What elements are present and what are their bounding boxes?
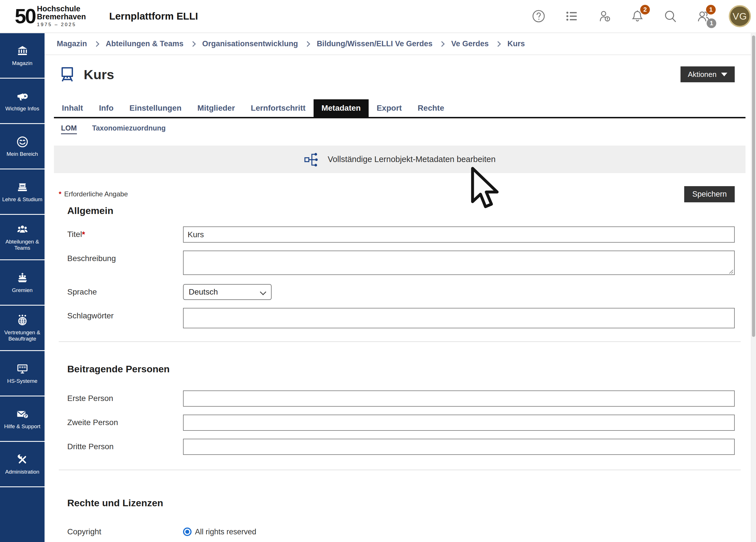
- search-icon[interactable]: [663, 9, 678, 24]
- scrollbar[interactable]: [751, 33, 756, 542]
- contacts-badge-top: 1: [706, 5, 716, 14]
- sidebar-item-wichtige-infos[interactable]: Wichtige Infos: [0, 79, 45, 124]
- sidebar-item-label: Magazin: [11, 60, 34, 66]
- sidebar-item-mein-bereich[interactable]: Mein Bereich: [0, 124, 45, 169]
- tab-mitglieder[interactable]: Mitglieder: [190, 99, 243, 117]
- svg-text:***: ***: [19, 365, 26, 371]
- edit-full-metadata-banner[interactable]: Vollständige Lernobjekt-Metadaten bearbe…: [54, 146, 745, 173]
- sidebar-item-label: Abteilungen & Teams: [0, 239, 45, 251]
- contacts-icon[interactable]: 1 1: [696, 9, 711, 24]
- sidebar-item-administration[interactable]: Administration: [0, 442, 45, 487]
- actions-button-label: Aktionen: [688, 70, 717, 79]
- megaphone-icon: [16, 90, 29, 103]
- logo-50-badge: 50: [15, 6, 35, 26]
- actions-button[interactable]: Aktionen: [681, 66, 735, 82]
- form-row-dritte-person: Dritte Person: [54, 439, 745, 455]
- tab-rechte[interactable]: Rechte: [410, 99, 452, 117]
- breadcrumb-item[interactable]: Ve Gerdes: [451, 39, 489, 48]
- sidebar-item-gremien[interactable]: Gremien: [0, 260, 45, 306]
- app-title: Lernplattform ELLI: [109, 10, 198, 22]
- erste-person-input[interactable]: [183, 390, 735, 407]
- section-title-beitragende-personen: Beitragende Personen: [54, 364, 745, 375]
- radio-dot: [185, 530, 189, 534]
- form-row-schlagwoerter: Schlagwörter: [54, 308, 745, 328]
- schlagwoerter-input[interactable]: [183, 308, 735, 328]
- user-pending-icon[interactable]: [597, 9, 612, 24]
- sidebar-item-hs-systeme[interactable]: *** HS-Systeme: [0, 351, 45, 396]
- breadcrumb-item[interactable]: Bildung/Wissen/ELLI Ve Gerdes: [317, 39, 432, 48]
- breadcrumb-item[interactable]: Organisationsentwicklung: [202, 39, 298, 48]
- books-icon: [16, 181, 29, 194]
- tab-inhalt[interactable]: Inhalt: [54, 99, 91, 117]
- field-label-dritte-person: Dritte Person: [67, 439, 183, 451]
- svg-text:?: ?: [25, 414, 27, 418]
- sidebar-item-lehre-studium[interactable]: Lehre & Studium: [0, 169, 45, 215]
- sidebar-item-label: Administration: [4, 469, 40, 475]
- bell-badge: 2: [640, 5, 650, 14]
- chevron-right-icon: [190, 41, 196, 47]
- section-title-allgemein: Allgemein: [54, 205, 745, 216]
- sidebar-item-label: Hilfe & Support: [3, 423, 42, 430]
- globe-people-icon: [16, 314, 29, 327]
- sidebar-item-label: Gremien: [11, 287, 34, 293]
- field-label-titel: Titel*: [67, 226, 183, 239]
- field-label-beschreibung: Beschreibung: [67, 251, 183, 263]
- contacts-badge-bottom: 1: [707, 18, 716, 28]
- titel-input[interactable]: [183, 226, 735, 243]
- sprache-select[interactable]: Deutsch: [183, 284, 272, 300]
- section-divider: [59, 341, 741, 342]
- breadcrumb: Magazin Abteilungen & Teams Organisation…: [45, 33, 751, 55]
- content-area: Magazin Abteilungen & Teams Organisation…: [45, 33, 751, 542]
- sidebar-item-abteilungen-teams[interactable]: Abteilungen & Teams: [0, 215, 45, 260]
- banner-label: Vollständige Lernobjekt-Metadaten bearbe…: [328, 155, 496, 164]
- university-logo[interactable]: 50 Hochschule Bremerhaven 1975 – 2025: [15, 5, 86, 28]
- sidebar-item-label: Lehre & Studium: [1, 196, 44, 203]
- breadcrumb-item[interactable]: Kurs: [507, 39, 525, 48]
- avatar[interactable]: VG: [729, 5, 751, 27]
- sprache-select-value: Deutsch: [189, 287, 218, 297]
- tab-metadaten[interactable]: Metadaten: [314, 99, 369, 117]
- monitor-icon: ***: [16, 362, 29, 375]
- copyright-radio[interactable]: [183, 528, 192, 536]
- logo-line2: Bremerhaven: [37, 13, 86, 21]
- course-icon: [58, 65, 76, 83]
- form-row-zweite-person: Zweite Person: [54, 415, 745, 431]
- tab-einstellungen[interactable]: Einstellungen: [121, 99, 190, 117]
- subtab-taxonomiezuordnung[interactable]: Taxonomiezuordnung: [92, 124, 166, 134]
- save-button[interactable]: Speichern: [684, 186, 735, 202]
- breadcrumb-item[interactable]: Magazin: [57, 39, 87, 48]
- logo-line1: Hochschule: [37, 5, 86, 13]
- notifications-bell-icon[interactable]: 2: [630, 9, 645, 24]
- section-divider: [59, 470, 741, 470]
- todo-list-icon[interactable]: [564, 9, 579, 24]
- copyright-radio-label: All rights reserved: [195, 528, 256, 536]
- tab-bar: Inhalt Info Einstellungen Mitglieder Ler…: [54, 99, 745, 118]
- zweite-person-input[interactable]: [183, 415, 735, 431]
- caret-down-icon: [721, 73, 727, 76]
- tab-export[interactable]: Export: [369, 99, 410, 117]
- chevron-down-icon: [260, 289, 266, 295]
- beschreibung-textarea[interactable]: [183, 251, 735, 275]
- sidebar-item-hilfe-support[interactable]: ? Hilfe & Support: [0, 396, 45, 442]
- chevron-right-icon: [94, 41, 99, 47]
- form-row-beschreibung: Beschreibung: [54, 251, 745, 276]
- subtab-lom[interactable]: LOM: [61, 124, 77, 134]
- sidebar-item-vertretungen-beauftragte[interactable]: Vertretungen & Beauftragte: [0, 306, 45, 351]
- field-label-sprache: Sprache: [67, 284, 183, 297]
- top-toolbar: 2 1 1 VG: [531, 5, 751, 27]
- tab-lernfortschritt[interactable]: Lernfortschritt: [243, 99, 314, 117]
- scrollbar-thumb[interactable]: [752, 35, 755, 337]
- breadcrumb-item[interactable]: Abteilungen & Teams: [106, 39, 184, 48]
- field-label-copyright: Copyright: [67, 527, 183, 536]
- form-row-titel: Titel*: [54, 226, 745, 243]
- form-row-erste-person: Erste Person: [54, 390, 745, 407]
- help-icon[interactable]: [531, 9, 546, 24]
- tab-info[interactable]: Info: [91, 99, 121, 117]
- logo-years: 1975 – 2025: [37, 22, 86, 28]
- form-header: *Erforderliche Angabe Speichern: [54, 186, 745, 202]
- share-icon: [304, 152, 322, 167]
- field-label-schlagwoerter: Schlagwörter: [67, 308, 183, 320]
- sidebar: Magazin Wichtige Infos Mein: [0, 33, 45, 542]
- dritte-person-input[interactable]: [183, 439, 735, 455]
- sidebar-item-magazin[interactable]: Magazin: [0, 33, 45, 79]
